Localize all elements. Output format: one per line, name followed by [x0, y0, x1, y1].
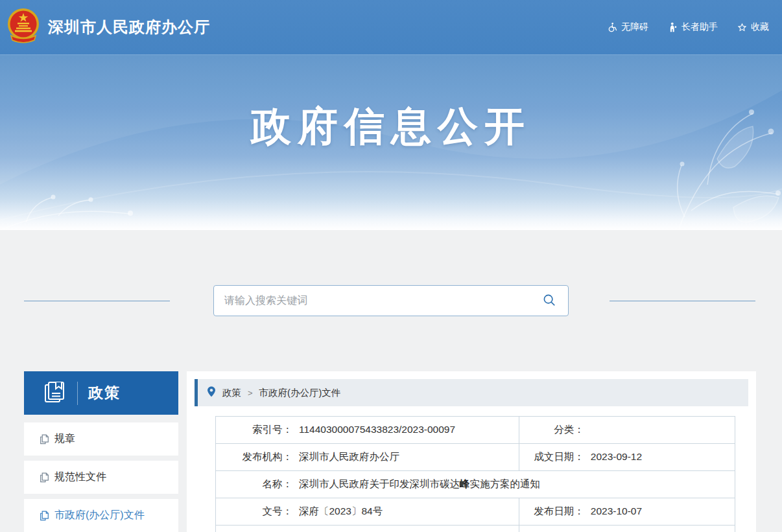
search-input[interactable]	[224, 295, 541, 306]
search-box	[213, 285, 569, 316]
elder-person-icon	[668, 22, 678, 32]
sidebar-item-label: 规章	[54, 432, 75, 446]
document-name-suffix: 实施方案的通知	[470, 478, 541, 489]
issuing-agency-label: 发布机构：	[216, 450, 292, 464]
decorative-line-left	[24, 301, 170, 301]
sidebar-item-label: 规范性文件	[54, 470, 106, 484]
favorite-link[interactable]: 收藏	[737, 21, 769, 33]
content-panel: 政策 > 市政府(办公厅)文件 索引号：114403000075433823/2…	[187, 371, 756, 532]
elder-helper-label: 长者助手	[681, 21, 718, 33]
index-number-value: 114403000075433823/2023-00097	[299, 424, 455, 435]
document-number-cell: 文号：深府〔2023〕84号	[216, 498, 519, 526]
main-area: 政策 规章 规范性文件	[0, 371, 782, 532]
star-icon	[737, 23, 747, 32]
elder-helper-link[interactable]: 长者助手	[668, 21, 718, 33]
sidebar-item-label: 市政府(办公厅)文件	[54, 509, 145, 522]
search-section	[0, 230, 782, 371]
page-title: 政府信息公开	[0, 99, 782, 154]
index-number-label: 索引号：	[216, 423, 292, 437]
index-number-cell: 索引号：114403000075433823/2023-00097	[216, 417, 519, 444]
decorative-line-right	[610, 301, 755, 301]
site-brand[interactable]: 深圳市人民政府办公厅	[6, 7, 210, 47]
document-name-prefix: 深圳市人民政府关于印发深圳市碳达	[299, 478, 460, 489]
document-name-value: 深圳市人民政府关于印发深圳市碳达峰实施方案的通知	[299, 478, 540, 489]
breadcrumb-current[interactable]: 市政府(办公厅)文件	[259, 387, 341, 399]
breadcrumb-separator: >	[248, 388, 253, 398]
document-number-label: 文号：	[216, 505, 292, 518]
accessibility-label: 无障碍	[621, 21, 648, 33]
breadcrumb: 政策 > 市政府(办公厅)文件	[195, 379, 748, 406]
document-number-value: 深府〔2023〕84号	[299, 505, 383, 516]
sidebar: 政策 规章 规范性文件	[24, 371, 178, 532]
table-row: 索引号：114403000075433823/2023-00097 分类：	[216, 417, 735, 444]
sidebar-title: 政策	[88, 383, 121, 403]
written-date-value: 2023-09-12	[591, 451, 642, 462]
wheelchair-icon	[607, 22, 617, 32]
top-header-bar: 深圳市人民政府办公厅 无障碍 长者助手	[0, 0, 782, 55]
issuing-agency-cell: 发布机构：深圳市人民政府办公厅	[216, 444, 519, 471]
sidebar-item-normative-documents[interactable]: 规范性文件	[24, 461, 178, 494]
table-row: 发布机构：深圳市人民政府办公厅 成文日期：2023-09-12	[216, 444, 735, 471]
sidebar-header-divider	[77, 382, 78, 405]
favorite-label: 收藏	[751, 21, 769, 33]
site-title[interactable]: 深圳市人民政府办公厅	[48, 17, 210, 38]
document-name-cell: 名称：深圳市人民政府关于印发深圳市碳达峰实施方案的通知	[216, 471, 735, 498]
national-emblem-icon	[6, 7, 40, 47]
table-cell-cutoff	[519, 526, 735, 532]
table-row: 文号：深府〔2023〕84号 发布日期：2023-10-07	[216, 498, 735, 526]
breadcrumb-root[interactable]: 政策	[222, 387, 241, 399]
page-banner: 政府信息公开	[0, 55, 782, 230]
book-icon	[42, 380, 67, 407]
sidebar-item-regulations[interactable]: 规章	[24, 422, 178, 456]
written-date-cell: 成文日期：2023-09-12	[519, 444, 735, 471]
document-name-keyword-highlight: 峰	[460, 478, 470, 489]
table-row: 名称：深圳市人民政府关于印发深圳市碳达峰实施方案的通知	[216, 471, 735, 498]
publish-date-cell: 发布日期：2023-10-07	[519, 498, 735, 526]
category-cell: 分类：	[519, 417, 735, 444]
publish-date-value: 2023-10-07	[591, 505, 642, 516]
accessibility-link[interactable]: 无障碍	[607, 21, 648, 33]
search-button[interactable]	[541, 292, 558, 310]
category-label: 分类：	[519, 423, 584, 437]
sidebar-header: 政策	[24, 371, 178, 415]
issuing-agency-value: 深圳市人民政府办公厅	[299, 451, 399, 462]
sidebar-item-municipal-government-documents[interactable]: 市政府(办公厅)文件	[24, 499, 178, 532]
table-row	[216, 526, 735, 532]
document-name-label: 名称：	[216, 478, 292, 491]
location-pin-icon	[207, 386, 216, 399]
document-metadata-table: 索引号：114403000075433823/2023-00097 分类： 发布…	[215, 416, 735, 532]
search-icon	[542, 293, 556, 309]
table-cell-cutoff	[216, 526, 519, 532]
publish-date-label: 发布日期：	[519, 505, 584, 518]
top-links: 无障碍 长者助手 收藏	[607, 21, 769, 33]
written-date-label: 成文日期：	[519, 450, 584, 464]
sidebar-menu: 规章 规范性文件 市政府(办公厅)文件	[24, 422, 178, 532]
banner-branch-decoration	[0, 152, 149, 230]
